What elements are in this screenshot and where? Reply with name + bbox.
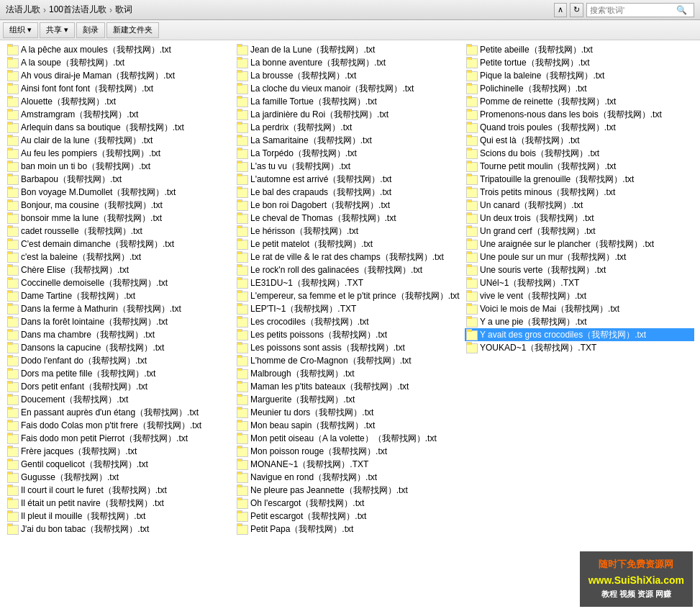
list-item[interactable]: La brousse（我帮找网）.txt [235,69,465,82]
list-item[interactable]: La Samaritaine（我帮找网）.txt [235,134,465,147]
list-item[interactable]: Mon petit oiseau（A la volette）（我帮找网）.txt [235,432,465,445]
list-item[interactable]: L'automne est arrivé（我帮找网）.txt [235,173,465,186]
list-item[interactable]: Y avait des gros crocodiles（我帮找网）.txt [465,328,694,341]
list-item[interactable]: Y a une pie（我帮找网）.txt [465,315,694,328]
organize-button[interactable]: 组织 ▾ [3,22,38,38]
list-item[interactable]: Promenons-nous dans les bois（我帮找网）.txt [465,108,694,121]
list-item[interactable]: MONANE~1（我帮找网）.TXT [235,458,465,471]
list-item[interactable]: Dansons la capucine（我帮找网）.txt [6,341,235,354]
list-item[interactable]: Doucement（我帮找网）.txt [6,393,235,406]
list-item[interactable]: La perdrix（我帮找网）.txt [235,121,465,134]
list-item[interactable]: Petite abeille（我帮找网）.txt [465,43,694,56]
list-item[interactable]: Les crocodiles（我帮找网）.txt [235,315,465,328]
list-item[interactable]: Le bal des crapauds（我帮找网）.txt [235,186,465,199]
list-item[interactable]: Un grand cerf（我帮找网）.txt [465,225,694,238]
list-item[interactable]: L'homme de Cro-Magnon（我帮找网）.txt [235,354,465,367]
refresh-button[interactable]: ↻ [570,3,583,17]
list-item[interactable]: Fais dodo Colas mon p'tit frere（我帮找网）.tx… [6,419,235,432]
list-item[interactable]: Au feu les pompiers（我帮找网）.txt [6,147,235,160]
list-item[interactable]: bonsoir mme la lune（我帮找网）.txt [6,212,235,225]
list-item[interactable]: Le rock'n roll des galinacées（我帮找网）.txt [235,263,465,276]
list-item[interactable]: ban moin un ti bo（我帮找网）.txt [6,160,235,173]
list-item[interactable]: YOUKAD~1（我帮找网）.TXT [465,341,694,354]
burn-button[interactable]: 刻录 [76,22,105,38]
back-button[interactable]: ∧ [554,3,567,17]
list-item[interactable]: Oh l'escargot（我帮找网）.txt [235,497,465,510]
list-item[interactable]: A la soupe（我帮找网）.txt [6,56,235,69]
breadcrumb-item-2[interactable]: 100首法语儿歌 [49,4,106,16]
breadcrumb-item-1[interactable]: 法语儿歌 [6,4,40,16]
list-item[interactable]: Le hérisson（我帮找网）.txt [235,225,465,238]
list-item[interactable]: Petite tortue（我帮找网）.txt [465,56,694,69]
list-item[interactable]: La bonne aventure（我帮找网）.txt [235,56,465,69]
list-item[interactable]: L'as tu vu（我帮找网）.txt [235,160,465,173]
list-item[interactable]: Ah vous dirai-je Maman（我帮找网）.txt [6,69,235,82]
list-item[interactable]: Bonjour, ma cousine（我帮找网）.txt [6,199,235,212]
breadcrumb-item-3[interactable]: 歌词 [115,4,132,16]
list-item[interactable]: Petit Papa（我帮找网）.txt [235,523,465,536]
list-item[interactable]: Ainsi font font font（我帮找网）.txt [6,82,235,95]
list-item[interactable]: Dodo l'enfant do（我帮找网）.txt [6,354,235,367]
list-item[interactable]: Dans ma chambre（我帮找网）.txt [6,328,235,341]
list-item[interactable]: C'est demain dimanche（我帮找网）.txt [6,238,235,250]
list-item[interactable]: Dors petit enfant（我帮找网）.txt [6,380,235,393]
list-item[interactable]: La jardinière du Roi（我帮找网）.txt [235,108,465,121]
search-input[interactable] [590,6,676,14]
list-item[interactable]: Chère Elise（我帮找网）.txt [6,263,235,276]
list-item[interactable]: Scions du bois（我帮找网）.txt [465,147,694,160]
list-item[interactable]: Quand trois poules（我帮找网）.txt [465,121,694,134]
list-item[interactable]: Voici le mois de Mai（我帮找网）.txt [465,302,694,315]
list-item[interactable]: Tourne petit moulin（我帮找网）.txt [465,160,694,173]
list-item[interactable]: Il pleut il mouille（我帮找网）.txt [6,510,235,523]
list-item[interactable]: La cloche du vieux manoir（我帮找网）.txt [235,82,465,95]
list-item[interactable]: A la pêche aux moules（我帮找网）.txt [6,43,235,56]
list-item[interactable]: Polichinelle（我帮找网）.txt [465,82,694,95]
list-item[interactable]: Amstramgram（我帮找网）.txt [6,108,235,121]
list-item[interactable]: LE31DU~1（我帮找网）.TXT [235,276,465,289]
list-item[interactable]: Une araignée sur le plancher（我帮找网）.txt [465,238,694,250]
list-item[interactable]: Il court il court le furet（我帮找网）.txt [6,484,235,497]
list-item[interactable]: Dans la forêt lointaine（我帮找网）.txt [6,315,235,328]
list-item[interactable]: Ne pleure pas Jeannette（我帮找网）.txt [235,484,465,497]
list-item[interactable]: La famille Tortue（我帮找网）.txt [235,95,465,108]
list-item[interactable]: Gugusse（我帮找网）.txt [6,471,235,484]
list-item[interactable]: Le rat de ville & le rat des champs（我帮找网… [235,250,465,263]
list-item[interactable]: Au clair de la lune（我帮找网）.txt [6,134,235,147]
list-item[interactable]: UNél~1（我帮找网）.TXT [465,276,694,289]
list-item[interactable]: J'ai du bon tabac（我帮找网）.txt [6,523,235,536]
list-item[interactable]: Maman les p'tits bateaux（我帮找网）.txt [235,380,465,393]
list-item[interactable]: Bon voyage M.Dumollet（我帮找网）.txt [6,186,235,199]
list-item[interactable]: Dors ma petite fille（我帮找网）.txt [6,367,235,380]
list-item[interactable]: Un canard（我帮找网）.txt [465,199,694,212]
list-item[interactable]: L'empereur, sa femme et le p'tit prince（… [235,289,465,302]
list-item[interactable]: Un deux trois（我帮找网）.txt [465,212,694,225]
list-item[interactable]: Barbapou（我帮找网）.txt [6,173,235,186]
list-item[interactable]: En passant auprès d'un étang（我帮找网）.txt [6,406,235,419]
list-item[interactable]: Le petit matelot（我帮找网）.txt [235,238,465,250]
list-item[interactable]: Navigue en rond（我帮找网）.txt [235,471,465,484]
list-item[interactable]: Qui est là（我帮找网）.txt [465,134,694,147]
list-item[interactable]: Alouette（我帮找网）.txt [6,95,235,108]
list-item[interactable]: Petit escargot（我帮找网）.txt [235,510,465,523]
list-item[interactable]: Le cheval de Thomas（我帮找网）.txt [235,212,465,225]
list-item[interactable]: Pomme de reinette（我帮找网）.txt [465,95,694,108]
list-item[interactable]: Les poissons sont assis（我帮找网）.txt [235,341,465,354]
list-item[interactable]: Frère jacques（我帮找网）.txt [6,445,235,458]
new-folder-button[interactable]: 新建文件夹 [106,22,159,38]
list-item[interactable]: Arlequin dans sa boutique（我帮找网）.txt [6,121,235,134]
list-item[interactable]: Mon poisson rouge（我帮找网）.txt [235,445,465,458]
list-item[interactable]: Trois petits minous（我帮找网）.txt [465,186,694,199]
list-item[interactable]: Une souris verte（我帮找网）.txt [465,263,694,276]
list-item[interactable]: La Torpédo（我帮找网）.txt [235,147,465,160]
list-item[interactable]: Gentil coquelicot（我帮找网）.txt [6,458,235,471]
list-item[interactable]: Tripatouille la grenouille（我帮找网）.txt [465,173,694,186]
list-item[interactable]: Meunier tu dors（我帮找网）.txt [235,406,465,419]
list-item[interactable]: vive le vent（我帮找网）.txt [465,289,694,302]
list-item[interactable]: cadet rousselle（我帮找网）.txt [6,225,235,238]
list-item[interactable]: Dame Tartine（我帮找网）.txt [6,289,235,302]
list-item[interactable]: c'est la baleine（我帮找网）.txt [6,250,235,263]
share-button[interactable]: 共享 ▾ [40,22,75,38]
list-item[interactable]: Il était un petit navire（我帮找网）.txt [6,497,235,510]
list-item[interactable]: Malbrough（我帮找网）.txt [235,367,465,380]
list-item[interactable]: Coccinelle demoiselle（我帮找网）.txt [6,276,235,289]
